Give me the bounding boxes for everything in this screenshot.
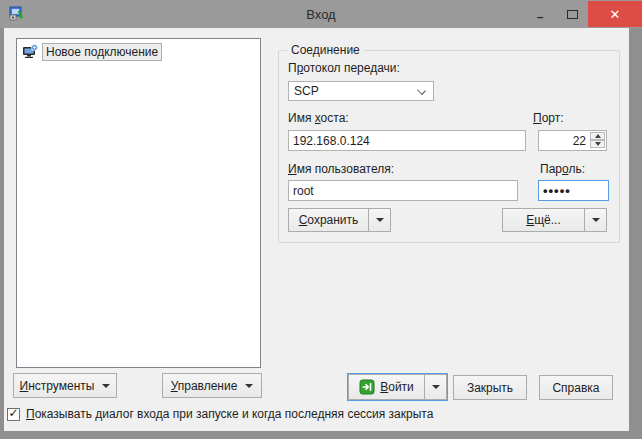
new-connection-icon	[22, 44, 38, 60]
spin-down-button[interactable]	[590, 140, 605, 148]
login-icon	[359, 379, 375, 395]
titlebar: Вход – ✕	[0, 0, 642, 28]
login-button-label: Войти	[380, 380, 414, 394]
password-input[interactable]	[538, 180, 609, 201]
close-button[interactable]: Закрыть	[453, 375, 527, 400]
protocol-value: SCP	[294, 84, 319, 98]
arrow-down-icon	[595, 142, 601, 146]
dropdown-arrow-icon	[102, 384, 110, 388]
chevron-down-icon	[417, 86, 426, 95]
dropdown-arrow-icon	[245, 384, 253, 388]
spin-up-button[interactable]	[590, 132, 605, 140]
minimize-button[interactable]: –	[524, 0, 556, 28]
groupbox-legend: Соединение	[287, 43, 364, 57]
password-label: Пароль:	[540, 162, 585, 176]
show-login-dialog-checkbox[interactable]: ✓	[7, 408, 20, 421]
username-label: Имя пользователя:	[288, 162, 394, 176]
more-button[interactable]: Ещё...	[502, 208, 584, 232]
session-item-label: Новое подключение	[42, 43, 162, 61]
show-login-dialog-row: ✓ Показывать диалог входа при запуске и …	[7, 407, 433, 421]
hostname-input[interactable]	[288, 130, 526, 151]
help-button[interactable]: Справка	[539, 375, 613, 400]
maximize-icon	[567, 10, 578, 19]
dropdown-arrow-icon	[432, 385, 440, 389]
hostname-label: Имя хоста:	[288, 111, 349, 125]
close-icon: ✕	[610, 7, 621, 22]
tools-button-label: Инструменты	[20, 379, 95, 393]
session-listbox[interactable]: Новое подключение	[16, 38, 261, 368]
login-dialog-window: Вход – ✕ Новое подключение	[0, 0, 642, 439]
close-window-button[interactable]: ✕	[588, 1, 642, 27]
login-button[interactable]: Войти	[348, 374, 424, 400]
connection-groupbox: Соединение Протокол передачи: SCP Имя хо…	[278, 50, 620, 243]
save-dropdown-button[interactable]	[368, 208, 391, 232]
show-login-dialog-label: Показывать диалог входа при запуске и ко…	[26, 407, 433, 421]
port-spinner-wrap	[538, 130, 607, 151]
maximize-button[interactable]	[556, 0, 588, 28]
username-input[interactable]	[288, 180, 518, 201]
minimize-icon: –	[537, 10, 544, 24]
dropdown-arrow-icon	[592, 218, 600, 222]
save-button[interactable]: Сохранить	[288, 208, 368, 232]
port-label: Порт:	[533, 111, 564, 125]
dialog-body: Новое подключение Соединение Протокол пе…	[0, 28, 642, 439]
manage-menu-button[interactable]: Управление	[162, 373, 262, 398]
protocol-label: Протокол передачи:	[288, 61, 400, 75]
session-item-new-connection[interactable]: Новое подключение	[19, 42, 258, 62]
arrow-up-icon	[595, 134, 601, 138]
window-controls: – ✕	[524, 0, 642, 28]
more-dropdown-button[interactable]	[584, 208, 607, 232]
more-split-button: Ещё...	[502, 208, 607, 232]
tools-menu-button[interactable]: Инструменты	[13, 373, 117, 398]
checkmark-icon: ✓	[8, 408, 18, 418]
dropdown-arrow-icon	[376, 218, 384, 222]
port-spinner	[590, 132, 605, 148]
manage-button-label: Управление	[171, 379, 238, 393]
protocol-combobox[interactable]: SCP	[288, 81, 434, 101]
login-dropdown-button[interactable]	[424, 374, 447, 400]
login-split-button: Войти	[348, 374, 447, 400]
save-split-button: Сохранить	[288, 208, 391, 232]
